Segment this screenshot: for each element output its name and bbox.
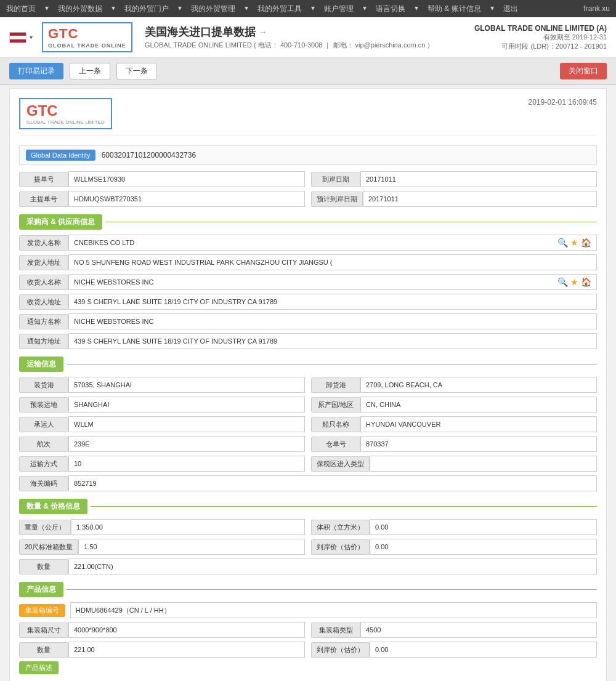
product-desc-row: 产品描述 [19, 661, 597, 677]
weight-label: 重量（公斤） [19, 520, 71, 535]
weight-value: 1,350.00 [71, 519, 305, 535]
nav-help-billing[interactable]: 帮助 & 账计信息 [428, 4, 481, 14]
shipper-name-text: CNEBIKES CO LTD [74, 239, 134, 246]
notify-addr-row: 通知方地址 439 S CHERYL LANE SUITE 18/19 CITY… [19, 333, 597, 349]
product-qty-label: 数量 [19, 642, 68, 658]
close-button[interactable]: 关闭窗口 [560, 63, 607, 79]
print-button[interactable]: 打印易记录 [9, 63, 63, 79]
quantity-price-title: 数量 & 价格信息 [19, 499, 87, 514]
shipper-name-label: 发货人名称 [19, 235, 68, 251]
nav-sep2: ▾ [111, 4, 115, 14]
container-no-field: 集装箱编号 HDMU6864429（CN / L / HH） [19, 602, 597, 618]
product-dock-price-value: 0.00 [370, 642, 597, 658]
nav-foreign-trade-management[interactable]: 我的外贸管理 [191, 4, 235, 14]
qty-value: 221.00(CTN) [68, 558, 597, 574]
shipper-addr-row: 发货人地址 NO 5 SHUNFENG ROAD WEST INDUSTRIAL… [19, 254, 597, 270]
next-button[interactable]: 下一条 [116, 63, 157, 79]
qty-row: 数量 221.00(CTN) [19, 558, 597, 574]
container-20-label: 20尺标准箱数量 [19, 539, 78, 555]
arrive-date-value: 20171011 [360, 171, 597, 187]
ports-row: 装货港 57035, SHANGHAI 卸货港 2709, LONG BEACH… [19, 377, 597, 393]
planned-date-label: 预计到岸日期 [311, 191, 363, 207]
shipper-search-icon[interactable]: 🔍 [557, 238, 568, 248]
nav-user: frank.xu [583, 4, 610, 13]
discharge-port-label: 卸货港 [311, 377, 360, 393]
buyer-supplier-title: 采购商 & 供应商信息 [19, 214, 102, 230]
prev-button[interactable]: 上一条 [70, 63, 110, 79]
gdi-row: Global Data Identity 6003201710120000043… [19, 145, 597, 165]
container-size-field: 集装箱尺寸 4000*900*800 [19, 622, 305, 638]
vessel-name-label: 船只名称 [311, 417, 360, 432]
doc-header: GTC GLOBAL TRADE ONLINE LIMITED 2019-02-… [19, 98, 597, 136]
volume-value: 0.00 [370, 519, 597, 535]
shipper-home-icon[interactable]: 🏠 [581, 238, 591, 248]
shipper-addr-field: 发货人地址 NO 5 SHUNFENG ROAD WEST INDUSTRIAL… [19, 254, 597, 270]
flag-dropdown[interactable]: ▾ [30, 34, 33, 41]
vessel-name-field: 船只名称 HYUNDAI VANCOUVER [311, 416, 597, 432]
bonded-zone-label: 保税区进入类型 [311, 456, 370, 472]
consignee-name-value: NICHE WEBSTORES INC 🔍 ★ 🏠 [68, 274, 597, 290]
loading-port-value: 57035, SHANGHAI [68, 377, 305, 393]
container-size-type-row: 集装箱尺寸 4000*900*800 集装箱类型 4500 [19, 622, 597, 638]
container-size-label: 集装箱尺寸 [19, 623, 68, 638]
doc-logo-sub: GLOBAL TRADE ONLINE LIMITED [26, 119, 105, 125]
container-no-badge: 集装箱编号 [19, 604, 65, 617]
nav-foreign-trade-tools[interactable]: 我的外贸工具 [257, 4, 302, 14]
nav-sep8: ▾ [490, 4, 494, 14]
transport-mode-value: 10 [68, 456, 305, 472]
dock-price-field: 到岸价（估价） 0.00 [311, 539, 597, 555]
hs-code-value: 852719 [68, 475, 597, 491]
shipper-addr-value: NO 5 SHUNFENG ROAD WEST INDUSTRIAL PARK … [68, 254, 597, 270]
voyage-field: 航次 239E [19, 436, 305, 452]
planned-date-value: 20171011 [363, 191, 597, 207]
nav-foreign-trade-data[interactable]: 我的外贸数据 [58, 4, 102, 14]
container-no-value: HDMU6864429（CN / L / HH） [70, 602, 597, 618]
consignee-name-text: NICHE WEBSTORES INC [74, 278, 153, 286]
nav-sep4: ▾ [245, 4, 248, 14]
nav-foreign-trade-portal[interactable]: 我的外贸门户 [124, 4, 169, 14]
transport-mode-label: 运输方式 [19, 456, 68, 472]
master-bill-field: 主提单号 HDMUQSWBT270351 [19, 191, 305, 207]
consignee-addr-value: 439 S CHERYL LANE SUITE 18/19 CITY OF IN… [68, 294, 597, 310]
container-no-row: 集装箱编号 HDMU6864429（CN / L / HH） [19, 602, 597, 618]
pre-dest-value: SHANGHAI [68, 397, 305, 413]
carrier-vessel-row: 承运人 WLLM 船只名称 HYUNDAI VANCOUVER [19, 416, 597, 432]
product-qty-field: 数量 221.00 [19, 642, 305, 658]
buyer-supplier-section: 采购商 & 供应商信息 [19, 214, 597, 230]
transport-title: 运输信息 [19, 357, 63, 372]
page-header: ▾ GTC GLOBAL TRADE ONLINE 美国海关进口提单数据 → G… [0, 17, 616, 58]
consignee-home-icon[interactable]: 🏠 [581, 277, 591, 287]
shipper-star-icon[interactable]: ★ [570, 238, 578, 248]
nav-home[interactable]: 我的首页 [6, 4, 36, 14]
doc-timestamp: 2019-02-01 16:09:45 [529, 98, 597, 107]
nav-account-management[interactable]: 账户管理 [324, 4, 354, 14]
top-nav: 我的首页 ▾ 我的外贸数据 ▾ 我的外贸门户 ▾ 我的外贸管理 ▾ 我的外贸工具… [0, 0, 616, 17]
dock-price-value: 0.00 [370, 539, 597, 555]
consignee-search-icon[interactable]: 🔍 [557, 277, 568, 287]
nav-exit[interactable]: 退出 [503, 4, 518, 14]
doc-logo: GTC GLOBAL TRADE ONLINE LIMITED [19, 98, 112, 129]
container-price-row: 20尺标准箱数量 1.50 到岸价（估价） 0.00 [19, 539, 597, 555]
container-20-value: 1.50 [78, 539, 305, 555]
dock-price-label: 到岸价（估价） [311, 539, 370, 555]
loading-port-field: 装货港 57035, SHANGHAI [19, 377, 305, 393]
header-right: GLOBAL TRADE ONLINE LIMITED (A) 有效期至 201… [474, 24, 607, 51]
carrier-field: 承运人 WLLM [19, 416, 305, 432]
discharge-port-field: 卸货港 2709, LONG BEACH, CA [311, 377, 597, 393]
nav-sep7: ▾ [415, 4, 418, 14]
flag-container: ▾ [9, 32, 33, 43]
qty-label: 数量 [19, 559, 68, 574]
nav-language-switch[interactable]: 语言切换 [376, 4, 405, 14]
doc-logo-box: GTC GLOBAL TRADE ONLINE LIMITED [19, 98, 112, 129]
nav-links: 我的首页 ▾ 我的外贸数据 ▾ 我的外贸门户 ▾ 我的外贸管理 ▾ 我的外贸工具… [6, 4, 518, 14]
title-text: 美国海关进口提单数据 [145, 25, 256, 39]
bill-no-label: 提单号 [19, 172, 68, 187]
hs-code-label: 海关编码 [19, 476, 68, 491]
consignee-star-icon[interactable]: ★ [570, 277, 578, 287]
consignee-name-field: 收货人名称 NICHE WEBSTORES INC 🔍 ★ 🏠 [19, 274, 597, 290]
volume-field: 体积（立方米） 0.00 [311, 519, 597, 535]
planned-date-field: 预计到岸日期 20171011 [311, 191, 597, 207]
carrier-value: WLLM [68, 416, 305, 432]
notify-addr-value: 439 S CHERYL LANE SUITE 18/19 CITY OF IN… [68, 333, 597, 349]
bill-row: 提单号 WLLMSE170930 到岸日期 20171011 [19, 171, 597, 187]
